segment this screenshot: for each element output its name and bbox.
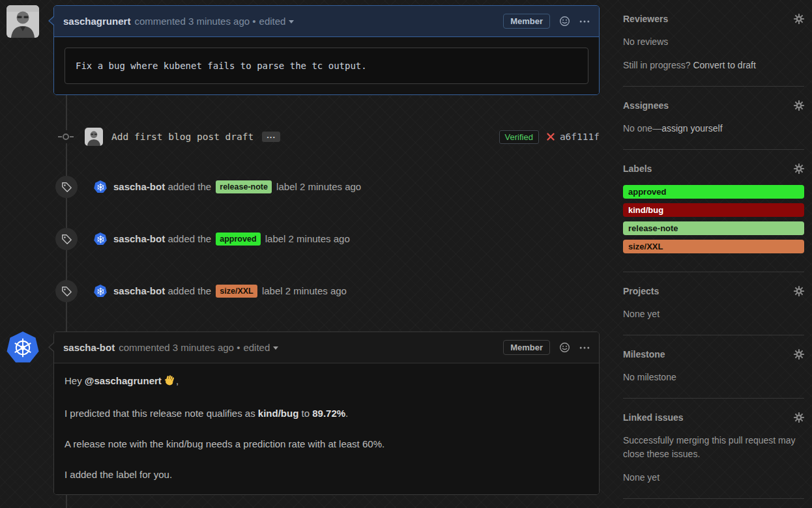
comment-saschagrunert: saschagrunert commented 3 minutes ago • …	[7, 5, 600, 95]
event-action: added the	[167, 285, 211, 296]
commit-message-link[interactable]: Add first blog post draft	[111, 132, 254, 142]
assignees-title: Assignees	[623, 100, 669, 111]
comment-author[interactable]: sascha-bot	[63, 342, 115, 353]
event-badge	[55, 228, 78, 250]
event-action: added the	[167, 233, 211, 244]
label-chip-approved[interactable]: approved	[216, 233, 260, 246]
gear-icon[interactable]	[794, 412, 804, 423]
sidebar-label-kind-bug[interactable]: kind/bug	[623, 203, 804, 217]
convert-to-draft-link[interactable]: Convert to draft	[693, 60, 756, 70]
avatar-sascha-bot[interactable]	[94, 233, 107, 246]
event-actor[interactable]: sascha-bot	[113, 181, 165, 192]
comment-options-button[interactable]	[579, 346, 590, 350]
comment-header: saschagrunert commented 3 minutes ago • …	[54, 6, 599, 37]
no-milestone-text: No milestone	[623, 371, 804, 384]
sidebar-label-approved[interactable]: approved	[623, 185, 804, 199]
kubernetes-logo-icon	[94, 233, 107, 246]
projects-title: Projects	[623, 286, 659, 296]
label-event-size-xxl: sascha-bot added the size/XXL label 2 mi…	[7, 280, 600, 302]
gear-icon[interactable]	[794, 100, 804, 111]
pr-conversation-page: saschagrunert commented 3 minutes ago • …	[0, 0, 812, 508]
event-badge	[55, 176, 78, 198]
rate-paragraph: A release note with the kind/bug needs a…	[65, 437, 588, 451]
kubernetes-logo-icon	[7, 332, 39, 364]
smiley-icon	[559, 16, 570, 27]
comment-card: sascha-bot commented 3 minutes ago • edi…	[53, 332, 600, 495]
comment-header: sascha-bot commented 3 minutes ago • edi…	[54, 332, 599, 363]
comment-actions: Member	[503, 14, 590, 29]
avatar-sascha-bot-large[interactable]	[7, 332, 39, 364]
draft-hint-text: Still in progress?	[623, 60, 693, 70]
prediction-period: .	[345, 408, 348, 419]
event-text: sascha-bot added the size/XXL label 2 mi…	[113, 285, 347, 298]
assignees-section: Assignees No one—assign yourself	[623, 100, 804, 150]
gear-icon[interactable]	[794, 14, 804, 24]
reviewers-section: Reviewers No reviews Still in progress? …	[623, 14, 804, 87]
avatar-saschagrunert[interactable]	[7, 5, 39, 38]
kebab-horizontal-icon	[579, 20, 590, 23]
git-commit-icon	[58, 130, 74, 143]
linked-issues-title: Linked issues	[623, 412, 684, 423]
comment-meta: commented 3 minutes ago •	[119, 342, 240, 353]
add-reaction-button[interactable]	[559, 16, 570, 27]
reviewers-title: Reviewers	[623, 14, 668, 24]
commit-description-expander[interactable]: ...	[262, 132, 280, 142]
gear-icon[interactable]	[794, 163, 804, 174]
event-suffix: label 2 minutes ago	[276, 181, 361, 192]
greeting-comma: ,	[176, 375, 179, 386]
comment-sascha-bot: sascha-bot commented 3 minutes ago • edi…	[7, 332, 600, 495]
avatar-sascha-bot[interactable]	[94, 180, 107, 193]
add-reaction-button[interactable]	[559, 342, 570, 353]
projects-section: Projects None yet	[623, 286, 804, 335]
comment-author[interactable]: saschagrunert	[63, 16, 130, 27]
comment-meta: commented 3 minutes ago •	[134, 16, 255, 27]
comment-body: Fix a bug where kubenet fails to parse t…	[54, 37, 599, 94]
greeting-text: Hey	[65, 375, 85, 386]
tag-icon	[61, 234, 72, 245]
member-badge: Member	[503, 340, 550, 355]
greeting-paragraph: Hey @saschagrunert ,	[65, 374, 588, 389]
verified-badge[interactable]: Verified	[499, 130, 539, 144]
timeline-column: saschagrunert commented 3 minutes ago • …	[7, 5, 600, 508]
kubernetes-logo-icon	[94, 285, 107, 298]
event-actor[interactable]: sascha-bot	[113, 285, 165, 296]
status-failed-x-icon[interactable]	[546, 132, 555, 141]
event-badge	[55, 280, 78, 302]
label-list: approved kind/bug release-note size/XXL	[623, 185, 804, 253]
kind-bug-bold: kind/bug	[258, 408, 299, 419]
label-chip-size-xxl[interactable]: size/XXL	[216, 285, 257, 298]
comment-options-button[interactable]	[579, 20, 590, 23]
edited-dropdown[interactable]: edited	[259, 16, 295, 27]
wave-emoji-icon	[164, 374, 176, 389]
event-text: sascha-bot added the approved label 2 mi…	[113, 233, 350, 246]
label-chip-release-note[interactable]: release-note	[216, 180, 272, 193]
event-suffix: label 2 minutes ago	[262, 285, 347, 296]
smiley-icon	[559, 342, 570, 353]
chevron-down-icon	[273, 346, 278, 350]
commit-author-avatar[interactable]	[85, 128, 103, 146]
milestone-title: Milestone	[623, 349, 665, 360]
assign-yourself-link[interactable]: assign yourself	[661, 123, 722, 134]
label-event-release-note: sascha-bot added the release-note label …	[7, 176, 600, 198]
event-actor[interactable]: sascha-bot	[113, 233, 165, 244]
no-linked-issues-text: None yet	[623, 471, 804, 485]
labels-section: Labels approved kind/bug release-note si…	[623, 163, 804, 272]
edited-dropdown[interactable]: edited	[243, 342, 278, 353]
commit-event: Add first blog post draft ... Verified a…	[7, 128, 600, 146]
event-text: sascha-bot added the release-note label …	[113, 180, 361, 193]
gear-icon[interactable]	[794, 286, 804, 296]
gear-icon[interactable]	[794, 349, 804, 360]
prediction-mid: to	[298, 408, 312, 419]
avatar-sascha-bot[interactable]	[94, 285, 107, 298]
linked-issues-desc: Successfully merging this pull request m…	[623, 434, 804, 461]
no-assignee-text: No one—	[623, 123, 661, 134]
no-reviews-text: No reviews	[623, 35, 804, 49]
commit-status-group: Verified a6f111f	[499, 130, 600, 144]
sidebar-label-size-xxl[interactable]: size/XXL	[623, 240, 804, 253]
tag-icon	[61, 182, 72, 193]
commit-sha-link[interactable]: a6f111f	[560, 132, 600, 142]
tag-icon	[61, 286, 72, 297]
chevron-down-icon	[289, 20, 294, 23]
mention-saschagrunert[interactable]: @saschagrunert	[85, 375, 162, 386]
sidebar-label-release-note[interactable]: release-note	[623, 221, 804, 235]
